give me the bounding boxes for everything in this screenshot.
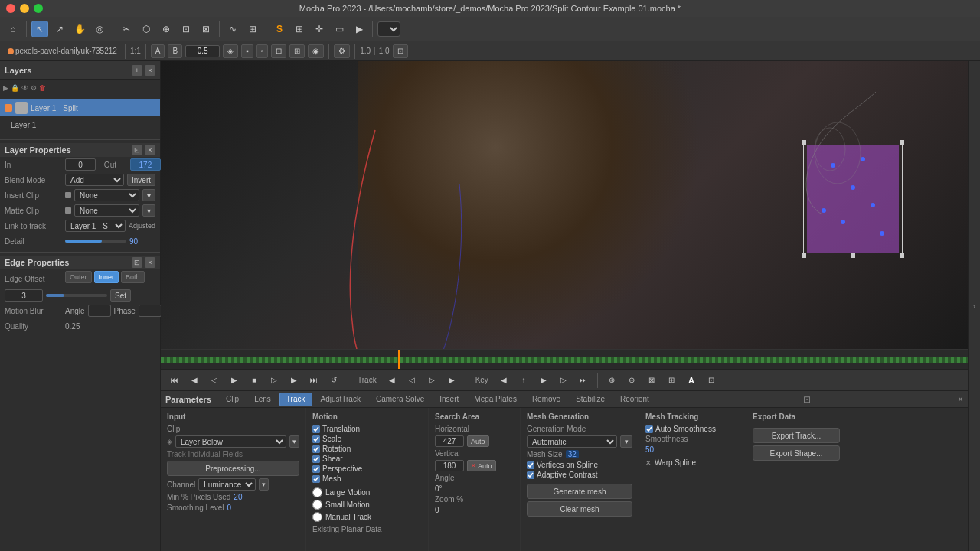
right-collapse-panel[interactable]: › bbox=[968, 61, 980, 551]
a-key-btn[interactable]: A bbox=[684, 373, 699, 388]
btn-view1[interactable]: ▪ bbox=[241, 44, 253, 58]
hex-tool[interactable]: ⬡ bbox=[138, 21, 155, 37]
window-controls[interactable] bbox=[6, 4, 43, 13]
mesh-tool[interactable]: ⊠ bbox=[198, 21, 214, 37]
auto-v-btn[interactable]: ✕ Auto bbox=[467, 460, 496, 471]
close-button[interactable] bbox=[6, 4, 15, 13]
manual-track-radio[interactable] bbox=[312, 512, 322, 522]
params-x-btn[interactable]: × bbox=[958, 394, 963, 405]
tab-reorient[interactable]: Reorient bbox=[613, 393, 656, 406]
layer-props-expand[interactable]: ⊡ bbox=[132, 145, 142, 155]
angle-input[interactable] bbox=[88, 305, 111, 317]
tab-camera-solve[interactable]: Camera Solve bbox=[369, 393, 431, 406]
track-point-2[interactable] bbox=[861, 157, 865, 161]
prev-frame-btn[interactable]: ◀ bbox=[187, 373, 202, 388]
key-play-btn[interactable]: ▷ bbox=[556, 373, 571, 388]
translation-check[interactable] bbox=[312, 425, 320, 433]
handle-tr[interactable] bbox=[900, 140, 904, 145]
invert-btn[interactable]: Invert bbox=[127, 174, 155, 186]
tab-clip[interactable]: Clip bbox=[219, 393, 246, 406]
in-value[interactable] bbox=[65, 158, 96, 171]
track-fwd-btn[interactable]: ▷ bbox=[424, 373, 439, 388]
btn-view2[interactable]: ▫ bbox=[256, 44, 269, 58]
channel-select[interactable]: Luminance Color bbox=[198, 478, 256, 491]
phase-input[interactable] bbox=[139, 305, 162, 317]
handle-tl[interactable] bbox=[802, 140, 806, 145]
perspective-check[interactable] bbox=[312, 465, 320, 473]
track-prev-btn[interactable]: ◁ bbox=[404, 373, 420, 388]
playhead[interactable] bbox=[398, 350, 400, 369]
large-motion-radio[interactable] bbox=[312, 487, 322, 497]
save-key-btn[interactable]: ⊕ bbox=[604, 373, 619, 388]
insert-clip-expand[interactable]: ▾ bbox=[142, 189, 155, 201]
both-btn[interactable]: Both bbox=[121, 271, 145, 283]
layers-add-btn[interactable]: + bbox=[132, 65, 142, 76]
btn-view5[interactable]: ◉ bbox=[308, 44, 324, 58]
export-track-btn[interactable]: Export Track... bbox=[753, 428, 840, 443]
select-tool[interactable]: ↖ bbox=[31, 21, 48, 37]
key-prev-btn[interactable]: ◀ bbox=[496, 373, 511, 388]
lock-icon[interactable]: 🔒 bbox=[11, 84, 19, 92]
loop-btn[interactable]: ↺ bbox=[326, 373, 341, 388]
key-add-btn[interactable]: ↑ bbox=[516, 373, 531, 388]
shear-check[interactable] bbox=[312, 455, 320, 463]
handle-bm[interactable] bbox=[851, 253, 855, 258]
go-start-btn[interactable]: ⏮ bbox=[167, 373, 182, 388]
track-point-3[interactable] bbox=[851, 185, 855, 190]
edge-offset-slider[interactable] bbox=[46, 294, 107, 297]
tab-adjusttrack[interactable]: AdjustTrack bbox=[314, 393, 368, 406]
minimize-button[interactable] bbox=[20, 4, 29, 13]
layer-item-2[interactable]: Layer 1 bbox=[0, 116, 160, 133]
cut-tool[interactable]: ✂ bbox=[118, 21, 135, 37]
edge-props-close[interactable]: × bbox=[145, 257, 155, 268]
handle-br[interactable] bbox=[900, 253, 904, 258]
small-motion-radio[interactable] bbox=[312, 500, 322, 510]
link-track-select[interactable]: Layer 1 - S bbox=[65, 220, 126, 232]
generate-mesh-btn[interactable]: Generate mesh bbox=[527, 484, 632, 499]
track-point-5[interactable] bbox=[841, 220, 845, 224]
play-tool[interactable]: ▶ bbox=[351, 21, 368, 37]
circle-tool[interactable]: ◎ bbox=[91, 21, 108, 37]
eye-icon[interactable]: 👁 bbox=[21, 84, 28, 92]
params-close-btn[interactable]: ⊡ bbox=[803, 394, 811, 405]
key-end-btn[interactable]: ⏭ bbox=[576, 373, 591, 388]
tab-mega-plates[interactable]: Mega Plates bbox=[467, 393, 524, 406]
channel-expand[interactable]: ▾ bbox=[259, 478, 269, 491]
clip-expand-btn[interactable]: ▾ bbox=[289, 435, 299, 448]
track-next-btn[interactable]: ▶ bbox=[444, 373, 459, 388]
edge-offset-input[interactable] bbox=[5, 289, 43, 302]
tab-insert[interactable]: Insert bbox=[433, 393, 466, 406]
grid2-tool[interactable]: ⊞ bbox=[291, 21, 308, 37]
key-copy-btn[interactable]: ⊠ bbox=[644, 373, 659, 388]
layer-item-1[interactable]: Layer 1 - Split bbox=[0, 99, 160, 116]
rect-tool[interactable]: ▭ bbox=[331, 21, 348, 37]
tab-stabilize[interactable]: Stabilize bbox=[569, 393, 612, 406]
cross-tool[interactable]: ✛ bbox=[311, 21, 328, 37]
detail-slider[interactable] bbox=[65, 240, 126, 243]
tab-remove[interactable]: Remove bbox=[525, 393, 567, 406]
tab-track[interactable]: Track bbox=[279, 393, 312, 406]
home-btn[interactable]: ⌂ bbox=[5, 21, 21, 37]
horizontal-input[interactable] bbox=[435, 435, 464, 447]
btn-gear[interactable]: ⚙ bbox=[334, 44, 350, 58]
btn-view3[interactable]: ⊡ bbox=[271, 44, 286, 58]
export-shape-btn[interactable]: Export Shape... bbox=[753, 445, 840, 461]
preprocessing-btn[interactable]: Preprocessing... bbox=[167, 461, 299, 476]
btn-mode[interactable]: ◈ bbox=[223, 44, 238, 58]
set-btn[interactable]: Set bbox=[110, 289, 131, 302]
tab-lens[interactable]: Lens bbox=[247, 393, 278, 406]
grid-tool[interactable]: ⊡ bbox=[178, 21, 194, 37]
gen-mode-expand[interactable]: ▾ bbox=[620, 435, 632, 448]
auto-h-btn[interactable]: Auto bbox=[467, 435, 489, 447]
in-val-input[interactable] bbox=[185, 45, 220, 57]
handle-bl[interactable] bbox=[802, 253, 806, 258]
gear-icon[interactable]: ⚙ bbox=[31, 84, 37, 92]
key-paste-btn[interactable]: ⊞ bbox=[664, 373, 679, 388]
btn-b[interactable]: B bbox=[168, 44, 182, 58]
connect-tool[interactable]: ⊞ bbox=[244, 21, 261, 37]
vertical-input[interactable] bbox=[435, 460, 464, 471]
play-btn[interactable]: ▶ bbox=[227, 373, 242, 388]
key-next-btn[interactable]: ▶ bbox=[536, 373, 551, 388]
layer-props-close[interactable]: × bbox=[145, 145, 155, 155]
step-back-btn[interactable]: ◁ bbox=[207, 373, 222, 388]
